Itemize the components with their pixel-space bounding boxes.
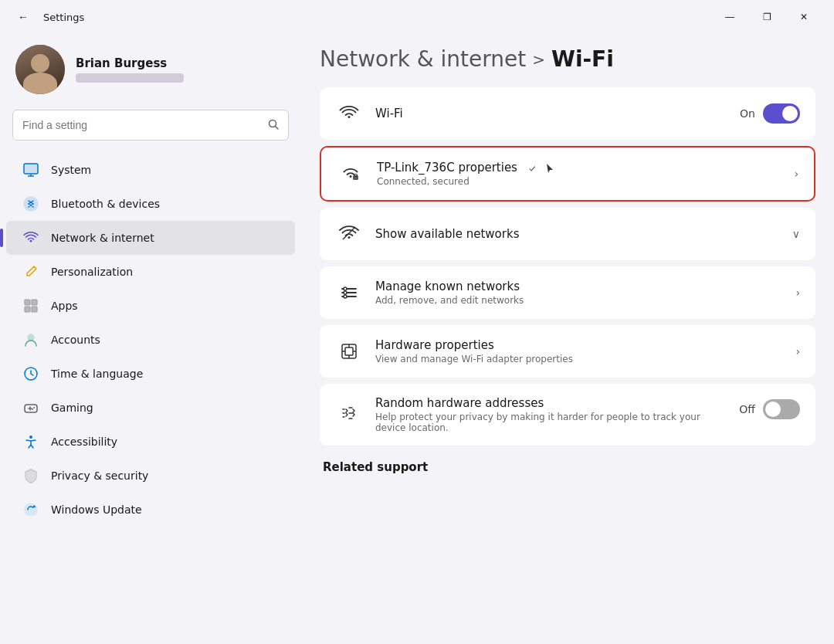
svg-point-14 (33, 407, 35, 408)
network-properties-subtitle: Connected, secured (377, 176, 781, 187)
sidebar-item-label-accessibility: Accessibility (51, 436, 117, 448)
window-controls: — ❐ ✕ (712, 5, 822, 29)
svg-rect-7 (25, 300, 30, 305)
svg-point-16 (29, 436, 32, 439)
hardware-properties-chevron: › (795, 345, 800, 358)
nav-list: System Bluetooth & devices (0, 153, 301, 527)
sidebar-item-label-apps: Apps (51, 300, 78, 312)
svg-rect-18 (353, 175, 358, 180)
svg-point-26 (344, 295, 347, 298)
sidebar-item-accounts[interactable]: Accounts (6, 323, 295, 357)
app-title: Settings (43, 12, 84, 23)
manage-networks-row[interactable]: Manage known networks Add, remove, and e… (320, 266, 815, 319)
breadcrumb-separator: > (532, 50, 545, 69)
back-button[interactable]: ← (12, 6, 34, 28)
sidebar-item-accessibility[interactable]: Accessibility (6, 425, 295, 459)
sidebar-item-update[interactable]: Windows Update (6, 493, 295, 527)
gaming-icon (22, 398, 40, 417)
user-profile[interactable]: Brian Burgess (0, 37, 301, 110)
avatar (15, 45, 65, 94)
wifi-toggle[interactable] (763, 103, 800, 124)
hardware-properties-title: Hardware properties (375, 338, 783, 352)
random-hw-toggle[interactable] (763, 399, 800, 419)
network-icon (22, 229, 40, 247)
random-hw-right: Off (739, 399, 800, 419)
available-networks-card: Show available networks ∨ (320, 208, 815, 260)
available-networks-title: Show available networks (375, 227, 780, 241)
random-hw-text: Random hardware addresses Help protect y… (375, 396, 727, 433)
sidebar-item-label-privacy: Privacy & security (51, 469, 148, 482)
page-header: Network & internet > Wi-Fi (320, 46, 815, 72)
hardware-properties-row[interactable]: Hardware properties View and manage Wi-F… (320, 325, 815, 378)
svg-point-24 (344, 287, 347, 290)
network-properties-row[interactable]: TP-Link_736C properties Connected, secur… (321, 147, 814, 200)
sidebar-item-personalization[interactable]: Personalization (6, 255, 295, 289)
available-networks-text: Show available networks (375, 227, 780, 241)
sidebar-item-label-system: System (51, 164, 91, 176)
bluetooth-icon (22, 195, 40, 213)
minimize-button[interactable]: — (712, 5, 748, 29)
svg-rect-10 (32, 307, 37, 312)
network-properties-card: TP-Link_736C properties Connected, secur… (320, 146, 815, 202)
time-icon (22, 364, 40, 383)
update-icon (22, 500, 40, 519)
privacy-icon (22, 466, 40, 485)
manage-networks-title: Manage known networks (375, 280, 783, 293)
svg-rect-2 (24, 164, 38, 174)
available-networks-row[interactable]: Show available networks ∨ (320, 208, 815, 260)
sidebar-item-label-time: Time & language (51, 368, 143, 380)
available-networks-right: ∨ (792, 228, 800, 240)
network-properties-text: TP-Link_736C properties Connected, secur… (377, 161, 781, 187)
sidebar-item-gaming[interactable]: Gaming (6, 391, 295, 425)
random-hw-row[interactable]: Random hardware addresses Help protect y… (320, 384, 815, 446)
user-name: Brian Burgess (76, 56, 184, 70)
wifi-text: Wi-Fi (375, 107, 727, 120)
hardware-properties-subtitle: View and manage Wi-Fi adapter properties (375, 354, 783, 364)
sidebar-item-label-accounts: Accounts (51, 334, 100, 346)
sidebar-item-bluetooth[interactable]: Bluetooth & devices (6, 187, 295, 221)
user-info: Brian Burgess (76, 56, 184, 83)
sidebar-item-apps[interactable]: Apps (6, 289, 295, 323)
related-support: Related support (320, 452, 815, 474)
breadcrumb: Network & internet > Wi-Fi (320, 46, 815, 72)
hardware-properties-card: Hardware properties View and manage Wi-F… (320, 325, 815, 378)
search-input[interactable] (22, 119, 262, 131)
related-support-title: Related support (323, 460, 428, 474)
user-email (76, 73, 184, 83)
apps-icon (22, 297, 40, 315)
manage-networks-subtitle: Add, remove, and edit networks (375, 295, 783, 306)
network-properties-right: › (794, 168, 798, 180)
system-icon (22, 161, 40, 179)
search-container (0, 110, 301, 153)
random-hw-card: Random hardware addresses Help protect y… (320, 384, 815, 446)
main-layout: Brian Burgess (0, 31, 834, 644)
sidebar-item-privacy[interactable]: Privacy & security (6, 459, 295, 493)
sidebar-item-time[interactable]: Time & language (6, 357, 295, 391)
manage-networks-card: Manage known networks Add, remove, and e… (320, 266, 815, 319)
available-networks-icon (335, 220, 363, 248)
random-hw-title: Random hardware addresses (375, 396, 727, 410)
wifi-lock-icon (337, 160, 364, 188)
svg-rect-8 (32, 300, 37, 305)
maximize-button[interactable]: ❐ (749, 5, 785, 29)
random-hw-value: Off (739, 403, 755, 415)
svg-point-17 (25, 503, 37, 516)
wifi-title: Wi-Fi (375, 107, 727, 120)
sidebar-item-label-gaming: Gaming (51, 402, 93, 414)
sidebar-item-label-update: Windows Update (51, 503, 142, 516)
titlebar-left: ← Settings (12, 6, 84, 28)
svg-point-6 (24, 197, 38, 211)
breadcrumb-parent: Network & internet (320, 46, 526, 72)
sidebar-item-network[interactable]: Network & internet (6, 221, 295, 255)
wifi-row[interactable]: Wi-Fi On (320, 87, 815, 140)
sidebar-item-system[interactable]: System (6, 153, 295, 187)
titlebar: ← Settings — ❐ ✕ (0, 0, 834, 31)
wifi-value: On (740, 107, 755, 120)
breadcrumb-current: Wi-Fi (551, 46, 614, 72)
close-button[interactable]: ✕ (786, 5, 822, 29)
avatar-image (15, 45, 65, 94)
svg-point-15 (32, 408, 33, 410)
hardware-properties-right: › (795, 345, 800, 358)
svg-rect-9 (25, 307, 30, 312)
svg-rect-28 (345, 347, 353, 355)
